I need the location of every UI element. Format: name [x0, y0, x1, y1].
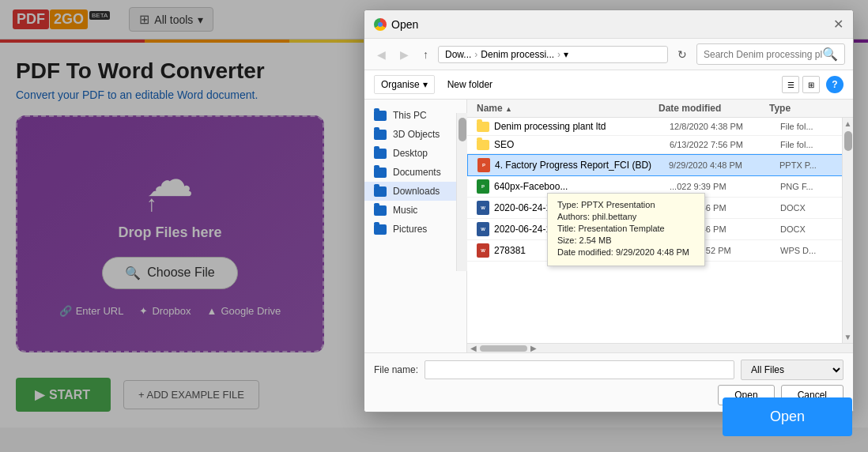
desktop-label: Desktop [393, 148, 428, 159]
music-label: Music [393, 205, 417, 216]
pptx-icon: P [477, 158, 490, 172]
big-open-button[interactable]: Open [723, 397, 852, 436]
new-folder-label: New folder [447, 79, 492, 90]
file-row[interactable]: P 640px-Faceboo... ...022 9:39 PM PNG F.… [467, 176, 853, 198]
3d-objects-label: 3D Objects [393, 129, 440, 140]
file-type: File fol... [780, 140, 843, 149]
pictures-icon [374, 224, 387, 235]
new-folder-button[interactable]: New folder [441, 76, 499, 93]
file-date: ...020 12:52 PM [670, 246, 780, 255]
file-date: 9/29/2020 4:48 PM [669, 160, 779, 170]
documents-label: Documents [393, 167, 441, 178]
file-list-header: Name ▲ Date modified Type [467, 100, 853, 118]
big-open-label: Open [770, 409, 805, 424]
back-button[interactable]: ◀ [372, 46, 391, 63]
search-icon: 🔍 [822, 47, 838, 62]
filename-label: File name: [374, 364, 418, 375]
dialog-second-toolbar: Organise ▾ New folder ☰ ⊞ ? [364, 70, 853, 100]
refresh-button[interactable]: ↻ [673, 46, 692, 63]
sidebar-item-3d-objects[interactable]: 3D Objects [364, 125, 466, 144]
filename-input[interactable] [425, 360, 734, 379]
file-name: 278381 [494, 245, 670, 256]
organise-button[interactable]: Organise ▾ [374, 75, 435, 94]
this-pc-icon [374, 111, 387, 121]
folder-icon [477, 122, 489, 132]
open-file-dialog: Open ✕ ◀ ▶ ↑ Dow... › Denim processi... … [364, 9, 854, 412]
music-icon [374, 205, 387, 216]
file-date: 6/13/2022 7:56 PM [670, 140, 780, 149]
downloads-icon [374, 186, 387, 197]
dialog-title: Open [391, 18, 418, 31]
downloads-label: Downloads [393, 186, 440, 197]
sidebar-item-desktop[interactable]: Desktop [364, 144, 466, 163]
search-input[interactable] [704, 49, 822, 60]
view-icons: ☰ ⊞ [782, 76, 820, 93]
path-part-1: Dow... [445, 49, 471, 60]
file-type: PNG F... [780, 182, 843, 191]
sidebar-item-pictures[interactable]: Pictures [364, 220, 466, 239]
file-type: PPTX P... [779, 160, 843, 170]
sidebar-item-downloads[interactable]: Downloads [364, 182, 466, 201]
path-dropdown-icon[interactable]: ▾ [564, 49, 568, 60]
path-arrow-2: › [557, 49, 560, 60]
file-name: 2020-06-24-16... [494, 202, 670, 213]
dialog-body: This PC 3D Objects Desktop Documents Dow… [364, 100, 853, 352]
file-name: 2020-06-24-16... [494, 224, 670, 235]
file-type: WPS D... [780, 246, 843, 255]
organise-chevron: ▾ [423, 79, 428, 90]
file-row-selected[interactable]: P 4. Factory Progress Report_FCI (BD) 9/… [467, 154, 853, 176]
forward-button[interactable]: ▶ [395, 46, 413, 63]
help-button[interactable]: ? [826, 76, 843, 93]
file-row[interactable]: W 278381 ...020 12:52 PM WPS D... [467, 240, 853, 262]
vertical-scrollbar[interactable]: ▲ ▼ [842, 118, 853, 343]
3d-objects-icon [374, 130, 387, 140]
view-details-button[interactable]: ☰ [782, 76, 799, 93]
file-row[interactable]: Denim processing plant ltd 12/8/2020 4:3… [467, 118, 853, 136]
file-date: ...022 9:39 PM [670, 182, 780, 191]
col-name-header[interactable]: Name ▲ [477, 103, 659, 114]
path-bar[interactable]: Dow... › Denim processi... › ▾ [438, 46, 668, 63]
docx-icon: W [477, 222, 489, 236]
col-date-header[interactable]: Date modified [659, 103, 769, 114]
wps-icon: W [477, 243, 489, 258]
file-name: Denim processing plant ltd [494, 121, 670, 132]
close-button[interactable]: ✕ [833, 17, 843, 32]
file-type: DOCX [780, 203, 843, 213]
file-type: DOCX [780, 224, 843, 234]
dialog-title-left: Open [374, 18, 418, 31]
path-arrow-1: › [474, 49, 477, 60]
docx-icon: W [477, 201, 489, 215]
desktop-icon [374, 149, 387, 159]
filename-row: File name: All Files [374, 360, 843, 380]
horizontal-scrollbar[interactable]: ◀ ▶ [467, 343, 853, 352]
organise-label: Organise [381, 79, 420, 90]
file-type: File fol... [780, 122, 843, 131]
up-button[interactable]: ↑ [418, 46, 433, 63]
col-type-header[interactable]: Type [769, 103, 832, 114]
filetype-select[interactable]: All Files [741, 360, 843, 380]
sidebar-item-documents[interactable]: Documents [364, 163, 466, 182]
dialog-title-bar: Open ✕ [364, 10, 853, 39]
this-pc-label: This PC [393, 110, 427, 121]
chrome-icon [374, 18, 387, 31]
sidebar-item-this-pc[interactable]: This PC [364, 106, 466, 125]
documents-icon [374, 168, 387, 178]
file-name: 4. Factory Progress Report_FCI (BD) [495, 160, 669, 171]
file-date: ...020 4:46 PM [670, 203, 780, 213]
file-row[interactable]: SEO 6/13/2022 7:56 PM File fol... [467, 136, 853, 154]
png-icon: P [477, 179, 489, 194]
path-part-2: Denim processi... [481, 49, 554, 60]
dialog-toolbar: ◀ ▶ ↑ Dow... › Denim processi... › ▾ ↻ 🔍 [364, 39, 853, 70]
file-date: ...020 4:46 PM [670, 224, 780, 234]
view-grid-button[interactable]: ⊞ [802, 76, 820, 93]
file-row[interactable]: W 2020-06-24-16... ...020 4:46 PM DOCX [467, 219, 853, 240]
sidebar-nav: This PC 3D Objects Desktop Documents Dow… [364, 100, 467, 352]
search-box[interactable]: 🔍 [696, 43, 845, 65]
file-row[interactable]: W 2020-06-24-16... ...020 4:46 PM DOCX [467, 198, 853, 219]
file-date: 12/8/2020 4:38 PM [670, 122, 780, 131]
folder-icon [477, 140, 489, 150]
file-name: 640px-Faceboo... [494, 181, 670, 192]
file-list: Denim processing plant ltd 12/8/2020 4:3… [467, 118, 853, 343]
sidebar-item-music[interactable]: Music [364, 201, 466, 220]
file-name: SEO [494, 139, 670, 150]
